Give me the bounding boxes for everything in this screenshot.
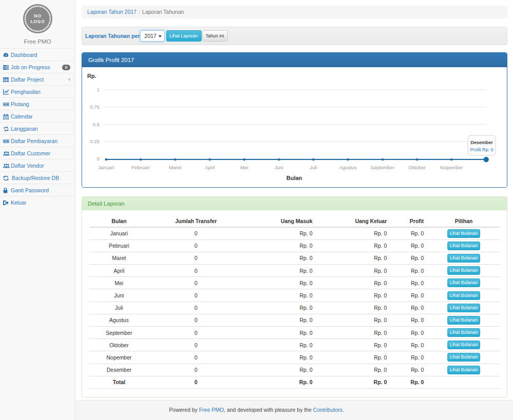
svg-text:Mei: Mei	[241, 165, 248, 170]
svg-text:Oktober: Oktober	[408, 165, 426, 170]
svg-text:0.25: 0.25	[90, 138, 100, 144]
svg-text:1: 1	[97, 87, 100, 92]
svg-text:0.5: 0.5	[93, 122, 100, 127]
svg-text:Desember: Desember	[470, 140, 493, 145]
svg-text:0: 0	[97, 156, 100, 162]
svg-text:NO: NO	[34, 13, 42, 18]
svg-text:LOGO: LOGO	[30, 19, 45, 24]
svg-text:Nopember: Nopember	[440, 165, 463, 170]
svg-text:Juni: Juni	[274, 165, 283, 170]
svg-text:September: September	[370, 165, 394, 170]
svg-text:Juli: Juli	[310, 165, 317, 170]
svg-text:Maret: Maret	[169, 165, 182, 170]
svg-text:Rp.: Rp.	[87, 73, 96, 79]
svg-text:Pebruari: Pebruari	[131, 165, 150, 170]
svg-text:0.75: 0.75	[90, 104, 100, 110]
svg-text:Profit Rp: 0: Profit Rp: 0	[470, 147, 493, 152]
svg-text:April: April	[205, 165, 214, 170]
svg-text:Bulan: Bulan	[286, 175, 302, 181]
svg-text:Agustus: Agustus	[339, 165, 357, 170]
svg-text:Januari: Januari	[98, 165, 114, 170]
